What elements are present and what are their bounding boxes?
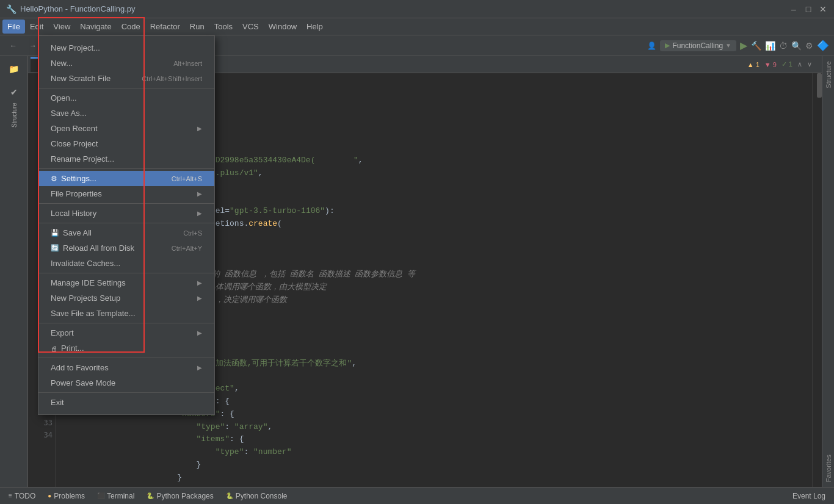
tab-problems[interactable]: ● Problems [42, 489, 91, 503]
run-config-dropdown[interactable]: ▶ FunctionCalling ▼ [660, 40, 736, 51]
structure-label[interactable]: Structure [824, 59, 833, 91]
menu-section-history: Local History ▶ [38, 204, 214, 223]
sidebar-commit-icon[interactable]: ✔ [4, 82, 24, 103]
close-button[interactable]: ✕ [818, 4, 828, 14]
settings-button[interactable]: ⚙ [805, 41, 813, 51]
menu-export[interactable]: Export ▶ [38, 325, 214, 340]
menu-power-save-mode[interactable]: Power Save Mode [38, 375, 214, 391]
menu-code[interactable]: Code [117, 20, 145, 34]
app-logo: 🔧 [6, 4, 16, 14]
python-console-label: Python Console [236, 492, 288, 500]
menu-section-favorites: Add to Favorites ▶ Power Save Mode [38, 358, 214, 393]
menu-new[interactable]: New... Alt+Insert [38, 56, 214, 71]
bottom-tabs-right: Event Log [786, 489, 832, 503]
menu-save-all[interactable]: 💾Save All Ctrl+S [38, 225, 214, 240]
menu-navigate[interactable]: Navigate [75, 20, 116, 34]
menu-view[interactable]: View [48, 20, 75, 34]
scroll-thumb[interactable] [817, 73, 822, 98]
menu-invalidate-caches[interactable]: Invalidate Caches... [38, 256, 214, 271]
run-config-label: FunctionCalling [672, 41, 723, 50]
left-sidebar: 📁 ✔ Structure [0, 56, 28, 487]
menu-new-project[interactable]: New Project... [38, 40, 214, 56]
tab-event-log[interactable]: Event Log [786, 489, 832, 503]
user-icon: 👤 [647, 41, 656, 50]
event-log-label: Event Log [792, 492, 825, 500]
print-icon: 🖨 [51, 345, 57, 352]
menu-rename-project[interactable]: Rename Project... [38, 151, 214, 167]
title-bar-title: HelloPython - FunctionCalling.py [20, 4, 136, 13]
menu-tools[interactable]: Tools [209, 20, 238, 34]
menu-section-ide: Manage IDE Settings ▶ New Projects Setup… [38, 273, 214, 323]
settings-icon: ⚙ [51, 175, 57, 183]
tab-terminal[interactable]: ⬛ Terminal [91, 489, 140, 503]
menu-print[interactable]: 🖨Print... [38, 340, 214, 356]
menu-file[interactable]: File [2, 20, 25, 34]
menu-refactor[interactable]: Refactor [145, 20, 185, 34]
bottom-tabs: ≡ TODO ● Problems ⬛ Terminal 🐍 Python Pa… [0, 487, 834, 504]
profile-button[interactable]: ⏱ [779, 41, 788, 51]
python-console-icon: 🐍 [226, 492, 233, 499]
right-gutter [812, 73, 822, 487]
menu-window[interactable]: Window [264, 20, 302, 34]
save-icon: 💾 [51, 229, 59, 237]
toolbar-left: ← → [5, 40, 42, 52]
menu-open-recent[interactable]: Open Recent ▶ [38, 121, 214, 136]
scroll-indicator[interactable] [817, 73, 822, 487]
warnings-bar: ▲ 1 ▼ 9 ✓ 1 ∧ ∨ [747, 60, 819, 68]
menu-manage-ide-settings[interactable]: Manage IDE Settings ▶ [38, 275, 214, 290]
favorites-label[interactable]: Favorites [824, 452, 833, 484]
menu-exit[interactable]: Exit [38, 395, 214, 410]
tab-todo[interactable]: ≡ TODO [2, 489, 42, 503]
tab-python-packages[interactable]: 🐍 Python Packages [140, 489, 219, 503]
menu-help[interactable]: Help [302, 20, 328, 34]
minimize-button[interactable]: – [789, 4, 799, 14]
run-config-arrow: ▼ [725, 42, 731, 49]
sidebar-structure-icon[interactable]: Structure [4, 105, 24, 126]
menu-file-properties[interactable]: File Properties ▶ [38, 186, 214, 201]
warnings-arrow-up[interactable]: ∧ [797, 60, 802, 68]
menu-settings[interactable]: ⚙Settings... Ctrl+Alt+S [38, 171, 214, 186]
terminal-icon: ⬛ [97, 492, 104, 499]
run-config-icon: ▶ [665, 41, 670, 49]
jetbrains-icon: 🔷 [817, 40, 829, 51]
menu-local-history[interactable]: Local History ▶ [38, 206, 214, 221]
maximize-button[interactable]: □ [803, 4, 813, 14]
ok-count: ✓ 1 [781, 60, 792, 68]
title-bar: 🔧 HelloPython - FunctionCalling.py – □ ✕ [0, 0, 834, 18]
menu-vcs[interactable]: VCS [238, 20, 264, 34]
python-packages-icon: 🐍 [147, 492, 154, 499]
menu-new-projects-setup[interactable]: New Projects Setup ▶ [38, 290, 214, 306]
right-sidebar: Structure Favorites [822, 56, 834, 487]
toolbar-back-btn[interactable]: ← [5, 40, 22, 52]
terminal-label: Terminal [107, 492, 134, 500]
menu-edit[interactable]: Edit [25, 20, 48, 34]
build-button[interactable]: 🔨 [751, 41, 761, 51]
warnings-arrow-down[interactable]: ∨ [807, 60, 812, 68]
menu-open[interactable]: Open... [38, 90, 214, 106]
run-button[interactable]: ▶ [740, 40, 747, 51]
menu-reload-all[interactable]: 🔄Reload All from Disk Ctrl+Alt+Y [38, 240, 214, 256]
python-packages-label: Python Packages [156, 492, 213, 500]
menu-add-to-favorites[interactable]: Add to Favorites ▶ [38, 360, 214, 375]
title-bar-left: 🔧 HelloPython - FunctionCalling.py [6, 4, 136, 14]
warning-count: ▲ 1 [747, 61, 760, 68]
error-count: ▼ 9 [764, 61, 777, 68]
menu-close-project[interactable]: Close Project [38, 136, 214, 151]
menu-save-file-as-template[interactable]: Save File as Template... [38, 306, 214, 321]
search-button[interactable]: 🔍 [791, 41, 802, 51]
title-bar-controls[interactable]: – □ ✕ [789, 4, 828, 14]
menu-bar: File Edit View Navigate Code Refactor Ru… [0, 18, 834, 35]
todo-label: TODO [15, 492, 35, 500]
menu-section-settings: ⚙Settings... Ctrl+Alt+S File Properties … [38, 169, 214, 204]
sidebar-project-icon[interactable]: 📁 [4, 59, 24, 79]
menu-new-scratch-file[interactable]: New Scratch File Ctrl+Alt+Shift+Insert [38, 71, 214, 86]
coverage-button[interactable]: 📊 [765, 41, 775, 51]
todo-icon: ≡ [9, 492, 12, 499]
problems-icon: ● [48, 492, 51, 499]
menu-section-save: 💾Save All Ctrl+S 🔄Reload All from Disk C… [38, 223, 214, 273]
file-dropdown-menu: New Project... New... Alt+Insert New Scr… [38, 35, 215, 415]
tab-python-console[interactable]: 🐍 Python Console [220, 489, 294, 503]
menu-run[interactable]: Run [185, 20, 209, 34]
reload-icon: 🔄 [51, 244, 59, 252]
menu-save-as[interactable]: Save As... [38, 106, 214, 121]
